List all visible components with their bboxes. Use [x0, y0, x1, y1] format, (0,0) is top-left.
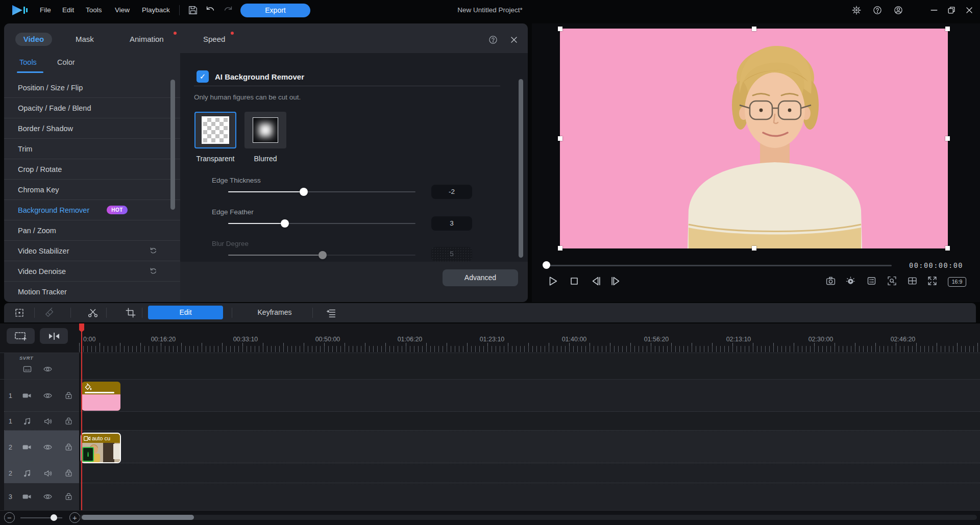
edge-feather-slider[interactable]	[228, 223, 415, 224]
lock-icon[interactable]	[58, 469, 79, 478]
lock-icon[interactable]	[58, 417, 79, 426]
video-track-2-header[interactable]: 2	[4, 431, 79, 463]
produce-range-icon[interactable]	[866, 276, 877, 287]
reset-icon[interactable]	[149, 267, 158, 276]
menu-view[interactable]: View	[115, 0, 130, 20]
tool-item-crop[interactable]: Crop / Rotate	[4, 159, 180, 179]
export-button[interactable]: Export	[240, 4, 310, 17]
resize-handle-e[interactable]	[945, 136, 950, 141]
lock-icon[interactable]	[58, 391, 79, 400]
video-track-1-header[interactable]: 1	[4, 380, 79, 412]
window-minimize-icon[interactable]	[929, 5, 939, 15]
stop-button[interactable]	[569, 276, 580, 287]
track-manager-icon[interactable]	[326, 307, 337, 318]
tool-item-chroma[interactable]: Chroma Key	[4, 179, 180, 199]
subtitle-track-icon[interactable]	[22, 364, 32, 374]
tool-item-border[interactable]: Border / Shadow	[4, 118, 180, 138]
playhead-line[interactable]	[81, 323, 82, 510]
preview-seek-knob[interactable]	[543, 261, 550, 269]
tool-item-background-remover[interactable]: Background Remover HOT	[4, 199, 180, 220]
render-preview-icon[interactable]	[845, 276, 856, 287]
speaker-icon[interactable]	[37, 417, 58, 426]
snapshot-camera-icon[interactable]	[825, 276, 837, 287]
tab-animation[interactable]: Animation	[130, 33, 164, 46]
tool-item-trim[interactable]: Trim	[4, 138, 180, 159]
eye-icon[interactable]	[37, 391, 58, 401]
preview-seek-bar[interactable]	[543, 265, 892, 266]
tool-item-denoise[interactable]: Video Denoise	[4, 261, 180, 281]
video-track-2-lane[interactable]	[79, 431, 980, 463]
resize-handle-s[interactable]	[752, 246, 756, 251]
tool-item-stabilizer[interactable]: Video Stabilizer	[4, 240, 180, 261]
tool-item-position[interactable]: Position / Size / Flip	[4, 78, 180, 97]
tool-item-opacity[interactable]: Opacity / Fade / Blend	[4, 97, 180, 118]
tool-list-scrollbar[interactable]	[170, 80, 175, 210]
split-scissors-icon[interactable]	[87, 307, 99, 318]
slider-knob[interactable]	[281, 219, 289, 228]
fullscreen-icon[interactable]	[927, 276, 938, 287]
next-frame-button[interactable]	[610, 276, 621, 287]
speaker-icon[interactable]	[37, 469, 58, 478]
window-close-icon[interactable]	[964, 5, 974, 15]
eye-icon[interactable]	[37, 442, 58, 452]
panel-close-icon[interactable]	[509, 35, 519, 45]
redo-icon[interactable]	[223, 5, 234, 16]
tab-speed[interactable]: Speed	[203, 33, 225, 46]
tool-item-pan-zoom[interactable]: Pan / Zoom	[4, 220, 180, 240]
subtab-color[interactable]: Color	[57, 58, 75, 66]
resize-handle-w[interactable]	[558, 136, 562, 141]
edge-thickness-slider[interactable]	[228, 191, 415, 192]
previous-frame-button[interactable]	[591, 276, 602, 287]
preview-zoom-icon[interactable]	[887, 276, 898, 287]
subtab-tools[interactable]: Tools	[19, 58, 37, 66]
menu-edit[interactable]: Edit	[62, 0, 74, 20]
tab-mask[interactable]: Mask	[76, 33, 94, 46]
timeline-edit-tab[interactable]: Edit	[148, 306, 223, 319]
eye-icon[interactable]	[37, 492, 58, 502]
lock-icon[interactable]	[58, 492, 79, 501]
mode-blurred-card[interactable]	[244, 112, 286, 148]
zoom-in-icon[interactable]: +	[69, 512, 80, 523]
edge-thickness-value[interactable]: -2	[431, 185, 472, 199]
slider-knob[interactable]	[300, 188, 308, 196]
video-clip-auto-cut[interactable]: auto cu i	[81, 433, 121, 463]
audio-track-1-header[interactable]: 1	[4, 412, 79, 431]
play-button[interactable]	[547, 276, 558, 287]
undo-icon[interactable]	[205, 5, 216, 16]
window-restore-icon[interactable]	[946, 5, 957, 15]
dual-view-icon[interactable]	[907, 276, 918, 287]
lock-icon[interactable]	[58, 443, 79, 452]
tool-item-motion-tracker[interactable]: Motion Tracker	[4, 281, 180, 302]
tab-video[interactable]: Video	[15, 33, 52, 46]
snap-toggle-button[interactable]	[40, 328, 68, 344]
edge-feather-value[interactable]: 3	[431, 216, 472, 231]
svrt-eye-icon[interactable]	[43, 364, 53, 374]
video-track-1-lane[interactable]	[79, 380, 980, 412]
remover-scrollbar[interactable]	[519, 79, 523, 258]
audio-track-2-lane[interactable]	[79, 463, 980, 483]
aspect-ratio-chip[interactable]: 16:9	[948, 277, 966, 287]
menu-playback[interactable]: Playback	[142, 0, 170, 20]
ruler-ticks[interactable]	[79, 346, 980, 352]
zoom-out-icon[interactable]: −	[4, 512, 15, 523]
account-icon[interactable]	[893, 5, 903, 15]
keyframe-attributes-icon[interactable]	[14, 307, 25, 318]
add-track-button[interactable]	[7, 328, 35, 344]
help-icon[interactable]	[872, 5, 883, 15]
save-icon[interactable]	[187, 5, 199, 16]
video-track-3-header[interactable]: 3	[4, 483, 79, 510]
timeline-zoom-knob[interactable]	[51, 514, 57, 521]
ai-remover-checkbox[interactable]: ✓	[197, 70, 209, 83]
reset-icon[interactable]	[149, 246, 158, 255]
timeline-hscroll-thumb[interactable]	[82, 515, 194, 520]
advanced-button[interactable]: Advanced	[443, 269, 518, 286]
menu-file[interactable]: File	[40, 0, 51, 20]
crop-tool-icon[interactable]	[125, 307, 136, 318]
video-track-3-lane[interactable]	[79, 483, 980, 510]
color-board-clip[interactable]	[82, 382, 120, 411]
panel-help-icon[interactable]	[488, 35, 498, 45]
menu-tools[interactable]: Tools	[86, 0, 102, 20]
audio-track-1-lane[interactable]	[79, 412, 980, 431]
resize-handle-nw[interactable]	[558, 27, 562, 31]
preview-canvas[interactable]	[560, 29, 948, 248]
